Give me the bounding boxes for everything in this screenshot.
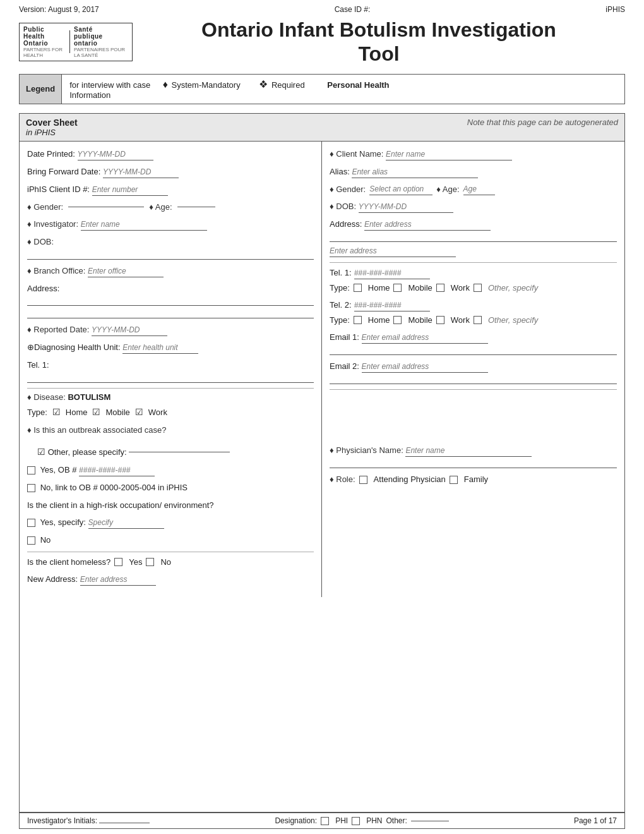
cover-body: Date Printed: YYYY-MM-DD Bring Forward D… [20,142,624,598]
gender-age-row: ♦ Gender: ♦ Age: [27,201,314,214]
role-attending-checkbox[interactable] [359,476,367,484]
diagnosing-hu-row: ⊕Diagnosing Health Unit: Enter health un… [27,341,314,354]
investigator-row: ♦ Investigator: Enter name [27,218,314,231]
no-link-checkbox[interactable] [27,484,35,492]
address-underline-1[interactable] [27,296,314,306]
cover-title-area: Cover Sheet in iPHIS [26,118,78,137]
type-home-icon: ☑ [52,406,61,419]
col-left: Date Printed: YYYY-MM-DD Bring Forward D… [20,142,322,598]
branch-office-row: ♦ Branch Office: Enter office [27,265,314,277]
section-divider-1 [27,388,314,389]
type-row: Type: ☑ Home ☑ Mobile ☑ Work [27,406,314,419]
footer: Investigator's Initials: Designation: PH… [19,813,625,829]
version-text: Version: August 9, 2017 [19,5,99,14]
iphis-client-row: iPhIS Client ID #: Enter number [27,183,314,196]
date-printed-row: Date Printed: YYYY-MM-DD [27,148,314,160]
other-specify-input[interactable] [129,442,230,452]
cover-title: Cover Sheet [26,118,78,128]
other-specify-icon: ☑ [37,447,45,457]
logo-divider [69,30,70,53]
dob-underline[interactable] [27,250,314,260]
homeless-row: Is the client homeless? Yes No [27,556,314,569]
email1-underline[interactable] [330,345,617,355]
no-checkbox[interactable] [27,536,35,545]
footer-page: Page 1 of 17 [574,816,617,825]
phn-checkbox[interactable] [352,817,360,825]
gender-age-row-right: ♦ Gender: Select an option ♦ Age: Age [330,183,617,196]
type-mobile-icon: ☑ [92,406,100,419]
tel1-other-checkbox[interactable] [474,284,482,292]
dob-row-left: ♦ DOB: [27,236,314,260]
legend-content: for interview with case ♦ System-Mandato… [62,75,407,104]
section-divider-right-2 [330,389,617,390]
section-divider-2 [27,552,314,552]
dob-row-right: ♦ DOB: YYYY-MM-DD [330,200,617,213]
address-underline-2[interactable] [27,308,314,318]
homeless-yes-checkbox[interactable] [114,558,122,566]
address-row-right: Address: Enter address Enter address [330,218,617,257]
logo-area: Public Health Ontario PARTNERS FOR HEALT… [19,23,133,61]
legend-diamond2: ❖ [259,79,268,90]
tel2-work-checkbox[interactable] [436,316,444,324]
tel1-type-row: Type: Home Mobile Work Other, specify [330,282,617,294]
physician-name-row: ♦ Physician's Name: Enter name [330,444,617,468]
tel1-work-checkbox[interactable] [436,284,444,292]
no-row: No [27,534,314,547]
legend-item-interview: for interview with case [69,80,150,90]
legend-bar: Legend for interview with case ♦ System-… [19,74,625,104]
yes-ob-row: Yes, OB # ####-####-### [27,464,314,476]
main-title: Ontario Infant Botulism Investigation To… [133,18,625,66]
no-link-row: No, link to OB # 0000-2005-004 in iPHIS [27,481,314,494]
logo-left: Public Health Ontario PARTNERS FOR HEALT… [23,26,128,58]
page: Version: August 9, 2017 Case ID #: iPHIS… [0,0,644,834]
email2-underline[interactable] [330,374,617,384]
client-name-row: ♦ Client Name: Enter name [330,148,617,160]
footer-designation: Designation: PHI PHN Other: [275,816,448,825]
yes-specify-row: Yes, specify: Specify [27,516,314,529]
main-title-area: Ontario Infant Botulism Investigation To… [133,18,625,66]
new-address-row: New Address: Enter address [27,573,314,586]
phi-checkbox[interactable] [321,817,329,825]
disease-row: ♦ Disease: BOTULISM [27,392,314,402]
address-underline-right[interactable] [330,232,617,242]
role-family-checkbox[interactable] [450,476,458,484]
section-divider-right-1 [330,262,617,263]
tel2-home-checkbox[interactable] [354,316,362,324]
header-area: Public Health Ontario PARTNERS FOR HEALT… [0,15,644,69]
tel2-row-right: Tel. 2: ###-###-#### [330,299,617,311]
email2-row: Email 2: Enter email address [330,360,617,384]
type-work-icon: ☑ [135,406,143,419]
cover-subtitle: in iPHIS [26,128,78,137]
yes-ob-checkbox[interactable] [27,466,35,474]
col-right: ♦ Client Name: Enter name Alias: Enter a… [322,142,624,598]
physician-underline[interactable] [330,458,617,468]
bring-forward-row: Bring Forward Date: YYYY-MM-DD [27,166,314,178]
legend-item-personal: Personal Health [327,80,389,90]
cover-sheet: Cover Sheet in iPHIS Note that this page… [19,113,625,813]
yes-specify-checkbox[interactable] [27,519,35,527]
tel1-row-right: Tel. 1: ###-###-#### [330,267,617,279]
legend-item-mandatory: System-Mandatory [172,80,241,90]
legend-item-info: Information [69,90,110,100]
tel1-underline-left[interactable] [27,373,314,383]
outbreak-label-row: ♦ Is this an outbreak associated case? [27,424,314,437]
logo-sante: Santé publique ontario PARTENAIRES POUR … [74,26,128,58]
legend-label: Legend [20,75,62,104]
tel1-row-left: Tel. 1: [27,359,314,383]
high-risk-row: Is the client in a high-risk occupation/… [27,499,314,512]
other-specify-row: ☑ Other, please specify: [37,441,314,459]
cover-note: Note that this page can be autogenerated [467,118,618,127]
tel2-mobile-checkbox[interactable] [393,316,402,324]
address-row-left: Address: [27,282,314,319]
system-name: iPHIS [605,5,625,14]
reported-date-row: ♦ Reported Date: YYYY-MM-DD [27,323,314,336]
email1-row: Email 1: Enter email address [330,331,617,355]
tel2-type-row: Type: Home Mobile Work Other, specify [330,314,617,327]
homeless-no-checkbox[interactable] [146,558,154,566]
top-meta-bar: Version: August 9, 2017 Case ID #: iPHIS [0,0,644,15]
tel1-home-checkbox[interactable] [354,284,362,292]
role-row: ♦ Role: Attending Physician Family [330,473,617,486]
tel2-other-checkbox[interactable] [474,316,482,324]
footer-initials: Investigator's Initials: [27,816,150,825]
tel1-mobile-checkbox[interactable] [393,284,402,292]
